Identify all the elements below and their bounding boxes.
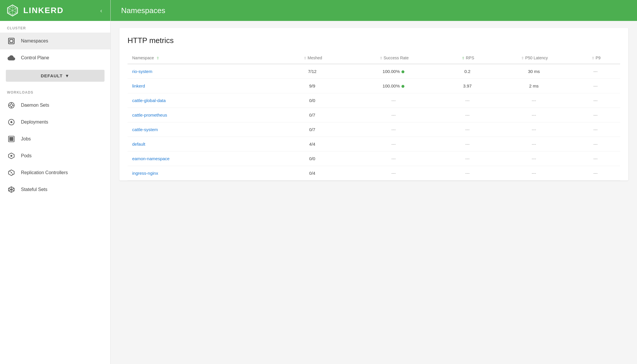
rps-cell: --- [438, 108, 497, 122]
success-rate-cell: --- [349, 122, 438, 137]
meshed-cell: 0/0 [275, 151, 349, 166]
rps-cell: --- [438, 137, 497, 151]
success-rate-cell: --- [349, 151, 438, 166]
col-header-namespace[interactable]: Namespace ⇧ [128, 52, 275, 64]
sidebar-item-deployments[interactable]: Deployments [0, 114, 110, 131]
col-header-p99[interactable]: ⇧ P9 [571, 52, 620, 64]
namespace-cell[interactable]: eamon-namespace [128, 151, 275, 166]
rps-cell: 0.2 [438, 64, 497, 79]
p50-cell: 30 ms [497, 64, 571, 79]
p50-cell: --- [497, 137, 571, 151]
p50-cell: --- [497, 108, 571, 122]
meshed-cell: 9/9 [275, 79, 349, 93]
success-indicator [401, 85, 404, 88]
svg-rect-5 [8, 38, 14, 44]
sidebar-item-namespaces[interactable]: Namespaces [0, 33, 110, 49]
sidebar: LINKERD ‹ CLUSTER Namespaces Control Pla… [0, 0, 111, 364]
sidebar-item-daemon-sets[interactable]: Daemon Sets [0, 97, 110, 114]
sidebar-item-jobs[interactable]: Jobs [0, 131, 110, 147]
workloads-section-label: WORKLOADS [0, 85, 110, 97]
daemon-sets-label: Daemon Sets [21, 103, 49, 108]
col-header-rps[interactable]: ⇧ RPS [438, 52, 497, 64]
deployments-label: Deployments [21, 119, 48, 125]
stateful-sets-label: Stateful Sets [21, 187, 47, 192]
rps-sort-icon: ⇧ [462, 56, 465, 60]
meshed-cell: 7/12 [275, 64, 349, 79]
rps-cell: --- [438, 93, 497, 108]
sidebar-item-pods[interactable]: Pods [0, 147, 110, 164]
p99-cell: --- [571, 108, 620, 122]
replication-controllers-label: Replication Controllers [21, 170, 68, 175]
namespace-cell[interactable]: cattle-global-data [128, 93, 275, 108]
svg-point-20 [11, 138, 12, 139]
sidebar-item-control-plane[interactable]: Control Plane [0, 49, 110, 66]
svg-point-29 [10, 171, 10, 172]
table-row: cattle-prometheus0/7------------ [128, 108, 620, 122]
sidebar-item-replication-controllers[interactable]: Replication Controllers [0, 164, 110, 181]
p99-cell: --- [571, 166, 620, 181]
svg-point-30 [12, 174, 13, 174]
table-row: eamon-namespace0/0------------ [128, 151, 620, 166]
replication-controllers-icon [7, 168, 16, 177]
namespaces-table: Namespace ⇧ ⇧ Meshed ⇧ Success Rate ⇧ [128, 52, 620, 181]
jobs-label: Jobs [21, 136, 31, 142]
sidebar-header: LINKERD ‹ [0, 0, 110, 21]
svg-point-18 [12, 137, 13, 138]
success-rate-cell: 100.00% [349, 79, 438, 93]
svg-point-24 [12, 140, 13, 141]
col-header-p50[interactable]: ⇧ P50 Latency [497, 52, 571, 64]
app-name: LINKERD [23, 6, 63, 15]
namespace-cell[interactable]: ingress-nginx [128, 166, 275, 181]
rps-cell: --- [438, 151, 497, 166]
dropdown-icon: ▼ [65, 73, 70, 78]
svg-point-28 [11, 172, 12, 173]
col-header-meshed[interactable]: ⇧ Meshed [275, 52, 349, 64]
content-area: HTTP metrics Namespace ⇧ ⇧ Meshed ⇧ [111, 21, 637, 364]
p99-cell: --- [571, 93, 620, 108]
p99-cell: --- [571, 137, 620, 151]
p50-cell: --- [497, 93, 571, 108]
svg-point-8 [10, 104, 13, 107]
svg-point-23 [11, 140, 12, 141]
pods-icon [7, 151, 16, 160]
success-rate-cell: --- [349, 166, 438, 181]
success-rate-sort-icon: ⇧ [380, 56, 383, 60]
svg-point-22 [10, 140, 10, 141]
logo-icon [6, 4, 19, 17]
metrics-card: HTTP metrics Namespace ⇧ ⇧ Meshed ⇧ [119, 28, 628, 181]
p99-cell: --- [571, 79, 620, 93]
sidebar-item-stateful-sets[interactable]: Stateful Sets [0, 181, 110, 198]
p99-cell: --- [571, 122, 620, 137]
collapse-button[interactable]: ‹ [98, 6, 105, 15]
metrics-title: HTTP metrics [128, 36, 620, 45]
control-plane-label: Control Plane [21, 55, 49, 60]
cluster-section-label: CLUSTER [0, 21, 110, 33]
p50-cell: --- [497, 122, 571, 137]
namespace-cell[interactable]: rio-system [128, 64, 275, 79]
svg-point-19 [10, 138, 10, 139]
meshed-cell: 4/4 [275, 137, 349, 151]
default-button[interactable]: DEFAULT ▼ [6, 70, 105, 82]
namespace-cell[interactable]: default [128, 137, 275, 151]
page-title: Namespaces [121, 6, 165, 15]
namespace-cell[interactable]: cattle-system [128, 122, 275, 137]
deployments-icon [7, 118, 16, 126]
success-indicator [401, 70, 404, 73]
pods-label: Pods [21, 153, 31, 158]
namespace-cell[interactable]: linkerd [128, 79, 275, 93]
rps-cell: --- [438, 166, 497, 181]
meshed-cell: 0/7 [275, 108, 349, 122]
svg-point-16 [10, 137, 10, 138]
p50-cell: --- [497, 151, 571, 166]
col-header-success-rate[interactable]: ⇧ Success Rate [349, 52, 438, 64]
table-row: rio-system7/12100.00%0.230 ms--- [128, 64, 620, 79]
p99-cell: --- [571, 64, 620, 79]
namespace-cell[interactable]: cattle-prometheus [128, 108, 275, 122]
control-plane-icon [7, 53, 16, 62]
daemon-sets-icon [7, 101, 16, 110]
table-header-row: Namespace ⇧ ⇧ Meshed ⇧ Success Rate ⇧ [128, 52, 620, 64]
meshed-cell: 0/4 [275, 166, 349, 181]
namespaces-icon [7, 37, 16, 45]
meshed-cell: 0/0 [275, 93, 349, 108]
namespace-sort-icon: ⇧ [156, 56, 159, 60]
